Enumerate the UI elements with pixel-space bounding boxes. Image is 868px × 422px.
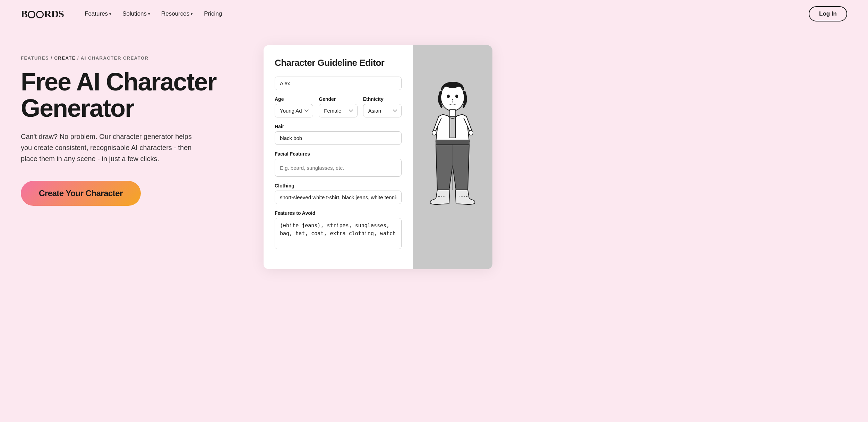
nav-solutions[interactable]: Solutions ▾ — [118, 8, 154, 20]
svg-rect-3 — [450, 109, 455, 116]
logo-circle-1 — [28, 11, 35, 18]
ethnicity-group: Ethnicity Asian Black Hispanic White Mix… — [363, 96, 402, 117]
gender-group: Gender Female Male Non-binary — [319, 96, 357, 117]
clothing-input[interactable] — [275, 191, 402, 204]
clothing-label: Clothing — [275, 183, 402, 188]
nav-features[interactable]: Features ▾ — [80, 8, 115, 20]
age-group: Age Young Adult Child Teen Adult Middle … — [275, 96, 313, 117]
editor-title: Character Guideline Editor — [275, 58, 402, 68]
facial-label: Facial Features — [275, 151, 402, 157]
character-preview — [413, 45, 492, 269]
editor-card: Character Guideline Editor Age Young Adu… — [264, 45, 492, 269]
breadcrumb-create[interactable]: CREATE — [54, 55, 75, 61]
ethnicity-select[interactable]: Asian Black Hispanic White Mixed Other — [363, 104, 402, 117]
gender-label: Gender — [319, 96, 357, 102]
svg-point-4 — [432, 130, 436, 135]
login-button[interactable]: Log In — [809, 6, 847, 21]
hero-description: Can't draw? No problem. Our character ge… — [21, 131, 201, 164]
svg-point-2 — [455, 95, 458, 98]
facial-input[interactable] — [275, 159, 402, 177]
svg-rect-6 — [436, 140, 469, 145]
hair-input[interactable] — [275, 131, 402, 145]
demographics-row: Age Young Adult Child Teen Adult Middle … — [275, 96, 402, 117]
gender-select[interactable]: Female Male Non-binary — [319, 104, 357, 117]
breadcrumb-features[interactable]: FEATURES — [21, 55, 49, 61]
chevron-down-icon: ▾ — [191, 12, 193, 16]
hair-field: Hair — [275, 124, 402, 145]
character-figure — [413, 45, 492, 269]
breadcrumb-ai-creator[interactable]: AI CHARACTER CREATOR — [81, 55, 149, 61]
avoid-field: Features to Avoid (white jeans), stripes… — [275, 210, 402, 250]
name-input[interactable] — [275, 77, 402, 90]
editor-panel: Character Guideline Editor Age Young Adu… — [264, 45, 413, 269]
navigation: BRDS Features ▾ Solutions ▾ Resources ▾ … — [0, 0, 868, 28]
chevron-down-icon: ▾ — [109, 12, 111, 16]
facial-field: Facial Features — [275, 151, 402, 177]
nav-links: Features ▾ Solutions ▾ Resources ▾ Prici… — [80, 8, 809, 20]
age-select[interactable]: Young Adult Child Teen Adult Middle Aged… — [275, 104, 313, 117]
character-illustration — [418, 72, 487, 242]
avoid-textarea[interactable]: (white jeans), stripes, sunglasses, bag,… — [275, 218, 402, 249]
clothing-field: Clothing — [275, 183, 402, 204]
name-field — [275, 77, 402, 90]
hero-left: FEATURES / CREATE / AI CHARACTER CREATOR… — [21, 42, 243, 206]
hair-label: Hair — [275, 124, 402, 129]
nav-pricing[interactable]: Pricing — [200, 8, 226, 20]
logo-circle-2 — [36, 11, 44, 18]
create-character-button[interactable]: Create Your Character — [21, 181, 141, 206]
svg-point-1 — [447, 95, 450, 98]
page-title: Free AI Character Generator — [21, 69, 243, 121]
nav-resources[interactable]: Resources ▾ — [157, 8, 197, 20]
svg-point-5 — [469, 130, 473, 135]
ethnicity-label: Ethnicity — [363, 96, 402, 102]
logo[interactable]: BRDS — [21, 8, 64, 20]
breadcrumb: FEATURES / CREATE / AI CHARACTER CREATOR — [21, 55, 243, 61]
chevron-down-icon: ▾ — [148, 12, 150, 16]
hero-section: FEATURES / CREATE / AI CHARACTER CREATOR… — [0, 28, 868, 422]
avoid-label: Features to Avoid — [275, 210, 402, 216]
age-label: Age — [275, 96, 313, 102]
